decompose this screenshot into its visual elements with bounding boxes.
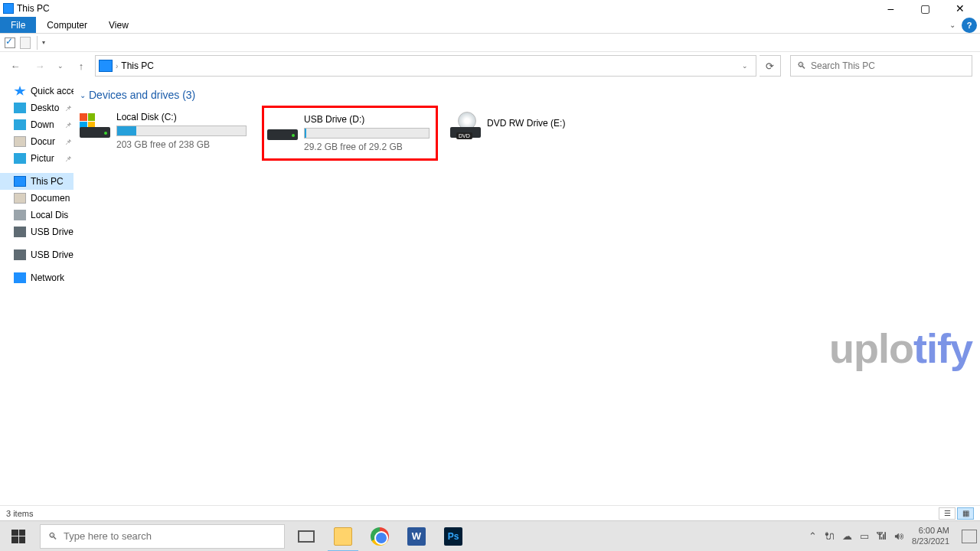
tab-view[interactable]: View	[98, 17, 139, 33]
sidebar-local-disk[interactable]: Local Dis	[0, 207, 74, 223]
drive-local-disk-c[interactable]: Local Disk (C:) 203 GB free of 238 GB	[77, 106, 253, 161]
search-box[interactable]: 🔍︎	[790, 55, 972, 77]
sidebar-item-label: Local Dis	[31, 210, 68, 220]
sidebar-item-label: Down	[31, 119, 54, 130]
forward-button[interactable]: →	[29, 55, 51, 77]
search-icon: 🔍︎	[797, 60, 806, 71]
sidebar-quick-access[interactable]: Quick acce	[0, 83, 74, 99]
details-view-button[interactable]: ☰	[939, 507, 956, 520]
breadcrumb[interactable]: This PC	[121, 60, 154, 71]
drive-icon	[80, 113, 110, 138]
tiles-view-button[interactable]: ▦	[957, 507, 974, 520]
new-folder-icon[interactable]	[20, 37, 31, 49]
taskbar-file-explorer[interactable]	[325, 521, 361, 552]
sidebar-item-label: Documen	[31, 193, 70, 204]
dvd-drive-icon: DVD	[450, 113, 481, 138]
pin-icon: 📌︎	[64, 155, 72, 163]
pc-icon	[14, 176, 26, 187]
documents-icon	[14, 136, 26, 147]
star-icon	[14, 86, 26, 96]
sidebar-item-label: USB Drive (	[31, 249, 74, 260]
task-view-button[interactable]	[288, 521, 325, 552]
sidebar-item-label: Network	[31, 272, 64, 283]
chrome-icon	[371, 527, 389, 546]
status-bar: 3 items ☰ ▦	[0, 505, 980, 520]
ribbon-expand-icon[interactable]: ⌄	[945, 17, 960, 33]
usb-icon	[14, 249, 26, 260]
tray-overflow-icon[interactable]: ⌃	[808, 530, 817, 542]
taskbar-chrome[interactable]	[361, 521, 398, 552]
separator	[37, 36, 38, 50]
refresh-button[interactable]: ⟳	[760, 55, 781, 77]
clock[interactable]: 6:00 AM 8/23/2021	[912, 526, 949, 546]
maximize-button[interactable]: ▢	[908, 0, 942, 17]
documents-icon	[14, 193, 26, 204]
sidebar-item-label: Quick acce	[31, 86, 74, 96]
back-button[interactable]: ←	[5, 55, 26, 77]
drive-usb-d[interactable]: USB Drive (D:) 29.2 GB free of 29.2 GB	[262, 106, 438, 161]
pictures-icon	[14, 153, 26, 164]
section-title: Devices and drives (3)	[89, 89, 195, 101]
system-tray: ⌃ 🔌︎ ☁︎ ▭ 📶︎ 🔊︎ 6:00 AM 8/23/2021	[808, 526, 980, 546]
up-button[interactable]: ↑	[70, 55, 92, 77]
sidebar-pictures[interactable]: Pictur📌︎	[0, 150, 74, 167]
word-icon: W	[407, 527, 426, 546]
action-center-icon[interactable]	[962, 530, 977, 543]
sidebar-downloads[interactable]: Down📌︎	[0, 116, 74, 133]
navbar: ← → ⌄ ↑ › This PC ⌄ ⟳ 🔍︎	[0, 52, 980, 80]
pin-icon: 📌︎	[64, 138, 72, 146]
taskbar-word[interactable]: W	[398, 521, 435, 552]
search-icon: 🔍︎	[48, 531, 57, 542]
usb-tray-icon[interactable]: 🔌︎	[825, 530, 835, 542]
recent-locations-icon[interactable]: ⌄	[54, 55, 67, 77]
sidebar-usb-drive-2[interactable]: USB Drive (	[0, 246, 74, 263]
properties-icon[interactable]	[5, 37, 15, 48]
quick-access-toolbar: ▾	[0, 34, 980, 52]
drive-name: USB Drive (D:)	[304, 114, 430, 125]
qat-dropdown-icon[interactable]: ▾	[42, 39, 45, 46]
sidebar-item-label: Pictur	[31, 153, 54, 164]
search-input[interactable]	[811, 60, 965, 71]
taskbar-search-input[interactable]	[64, 530, 276, 542]
downloads-icon	[14, 119, 26, 130]
tab-computer[interactable]: Computer	[36, 17, 98, 33]
drive-name: DVD RW Drive (E:)	[487, 118, 594, 129]
chevron-down-icon: ⌄	[80, 91, 86, 99]
windows-logo-icon	[11, 530, 25, 543]
volume-icon[interactable]: 🔊︎	[894, 530, 904, 542]
onedrive-icon[interactable]: ☁︎	[842, 530, 852, 542]
taskbar-search[interactable]: 🔍︎	[40, 524, 285, 549]
address-dropdown-icon[interactable]: ⌄	[737, 62, 753, 70]
sidebar-this-pc[interactable]: This PC	[0, 173, 74, 190]
minimize-button[interactable]: –	[874, 0, 908, 17]
wifi-icon[interactable]: 📶︎	[877, 530, 887, 542]
battery-icon[interactable]: ▭	[860, 530, 869, 542]
sidebar-desktop[interactable]: Deskto📌︎	[0, 99, 74, 116]
drive-dvd-e[interactable]: DVD DVD RW Drive (E:)	[447, 106, 600, 161]
sidebar-item-label: Deskto	[31, 103, 59, 113]
sidebar-documents-2[interactable]: Documen	[0, 190, 74, 207]
window-title: This PC	[17, 3, 50, 14]
pin-icon: 📌︎	[64, 104, 72, 112]
start-button[interactable]	[0, 521, 37, 552]
taskbar-photoshop[interactable]: Ps	[435, 521, 472, 552]
sidebar-documents[interactable]: Docur📌︎	[0, 133, 74, 150]
drive-free-text: 29.2 GB free of 29.2 GB	[304, 142, 430, 152]
location-pc-icon	[99, 60, 113, 72]
close-button[interactable]: ✕	[942, 0, 977, 17]
content-pane: ⌄ Devices and drives (3) Local Disk (C:)…	[74, 80, 980, 505]
sidebar-usb-drive[interactable]: USB Drive	[0, 223, 74, 240]
pin-icon: 📌︎	[64, 121, 72, 129]
taskbar: 🔍︎ W Ps ⌃ 🔌︎ ☁︎ ▭ 📶︎ 🔊︎ 6:00 AM 8/23/202…	[0, 520, 980, 551]
tab-file[interactable]: File	[0, 17, 36, 33]
address-bar[interactable]: › This PC ⌄	[95, 55, 756, 77]
time: 6:00 AM	[912, 526, 949, 536]
windows-logo-icon	[80, 113, 95, 129]
sidebar-item-label: USB Drive	[31, 227, 74, 237]
capacity-bar	[304, 128, 430, 139]
help-icon[interactable]: ?	[962, 18, 977, 33]
section-header[interactable]: ⌄ Devices and drives (3)	[77, 86, 977, 106]
drive-name: Local Disk (C:)	[116, 112, 247, 122]
sidebar-network[interactable]: Network	[0, 269, 74, 286]
sidebar-item-label: Docur	[31, 136, 55, 147]
